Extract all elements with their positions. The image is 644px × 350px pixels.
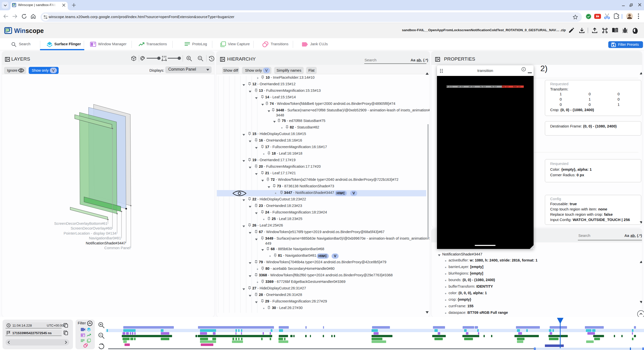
svg-text:PointerLocation - display 0#13: PointerLocation - display 0#134 — [64, 231, 116, 235]
svg-text:Common Panel: Common Panel — [104, 246, 130, 250]
svg-text:NotificationShade#3447: NotificationShade#3447 — [86, 241, 126, 245]
svg-text:ScreenDecorOverlay#60: ScreenDecorOverlay#60 — [71, 226, 112, 230]
svg-text:ScreenDecorOverlayBottom#61: ScreenDecorOverlayBottom#61 — [54, 221, 107, 226]
svg-text:NavigationBar0#81: NavigationBar0#81 — [89, 236, 121, 240]
